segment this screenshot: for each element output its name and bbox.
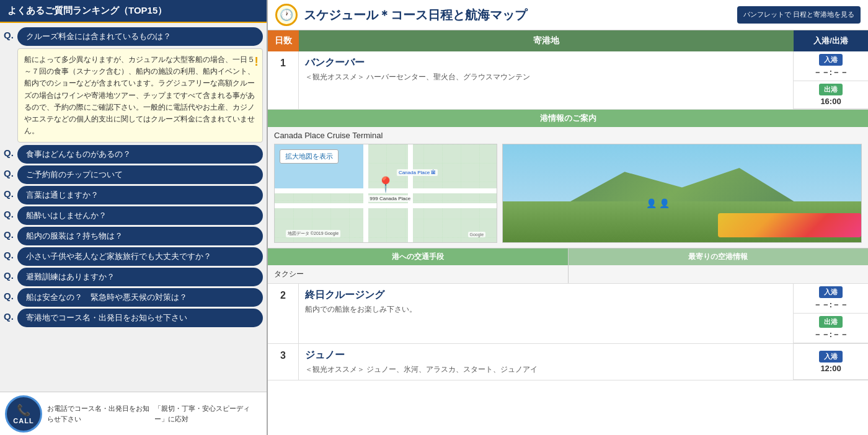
map-label-address: 999 Canada Place	[368, 195, 412, 202]
faq-item-6: Q. 船内の服装は？持ち物は？	[4, 227, 263, 245]
bottom-text-left: お電話でコース名・出発日をお知らせ下さい	[47, 403, 154, 424]
map-expand-button[interactable]: 拡大地図を表示	[280, 149, 339, 164]
row1-in-label: 入港	[819, 54, 843, 66]
faq-btn-6[interactable]: 船内の服装は？持ち物は？	[17, 227, 263, 245]
row3-day: 3	[268, 344, 299, 380]
row1-port-sub: ＜観光オススメ＞ ハーバーセンター、聖火台、グラウスマウンテン	[305, 72, 787, 82]
clock-icon: 🕐	[275, 4, 298, 26]
port-map-section-1: 拡大地図を表示 📍 Canada Place 🏛 999 Canada Plac…	[268, 144, 868, 248]
row3-in-time: 12:00	[820, 364, 841, 373]
pamphlet-button[interactable]: パンフレットで 日程と寄港地を見る	[737, 6, 861, 23]
schedule-table: 日数 寄港地 入港/出港 1 バンクーバー ＜観光オススメ＞ ハーバーセンター、…	[268, 30, 868, 435]
call-button[interactable]: 📞 CALL	[5, 395, 42, 433]
map-label-google: Google	[468, 232, 486, 237]
bottom-bar: 📞 CALL お電話でコース名・出発日をお知らせ下さい 「親切・丁寧・安心スピー…	[0, 392, 267, 435]
faq-item-7: Q. 小さい子供や老人など家族旅行でも大丈夫ですか？	[4, 247, 263, 266]
faq-item-1: Q. クルーズ料金には含まれているものは？	[4, 27, 263, 46]
faq-list: Q. クルーズ料金には含まれているものは？ ! 船によって多少異なりますが、カジ…	[0, 23, 267, 392]
port-info-section-1: 港情報のご案内 Canada Place Cruise Terminal 拡大地…	[268, 109, 868, 283]
bottom-text-right: 「親切・丁寧・安心スピーディー」に応対	[154, 403, 262, 424]
row1-in-time: －－:－－	[813, 67, 848, 78]
row1-out-label: 出港	[819, 84, 843, 95]
schedule-row-1: 1 バンクーバー ＜観光オススメ＞ ハーバーセンター、聖火台、グラウスマウンテン…	[268, 51, 868, 284]
faq-btn-9[interactable]: 船は安全なの？ 緊急時や悪天候の対策は？	[17, 288, 263, 307]
q-icon-2: Q.	[4, 145, 15, 158]
faq-header: よくあるご質問ランキング（TOP15）	[0, 0, 267, 23]
transport-content-means: タクシー	[268, 265, 568, 283]
transport-section-1: 港への交通手段 タクシー 最寄りの空港情報	[268, 248, 868, 283]
faq-item-9: Q. 船は安全なの？ 緊急時や悪天候の対策は？	[4, 288, 263, 307]
row2-out-time: －－:－－	[813, 329, 848, 340]
q-icon-8: Q.	[4, 268, 15, 281]
col-header-arrival: 入港/出港	[794, 30, 868, 51]
map-road-v1	[363, 144, 368, 242]
row2-arrival: 入港 －－:－－ 出港 －－:－－	[794, 284, 868, 343]
row3-content: ジュノー ＜観光オススメ＞ ジュノー、氷河、アラスカ、スタート、ジュノアイ	[299, 344, 794, 380]
call-label: CALL	[13, 417, 33, 424]
transport-left-1: 港への交通手段 タクシー	[268, 248, 569, 283]
row3-main: 3 ジュノー ＜観光オススメ＞ ジュノー、氷河、アラスカ、スタート、ジュノアイ …	[268, 344, 868, 380]
row2-main: 2 終日クルージング 船内での船旅をお楽しみ下さい。 入港 －－:－－ 出港 －…	[268, 284, 868, 343]
schedule-row-3: 3 ジュノー ＜観光オススメ＞ ジュノー、氷河、アラスカ、スタート、ジュノアイ …	[268, 344, 868, 380]
faq-btn-5[interactable]: 船酔いはしませんか？	[17, 206, 263, 225]
schedule-row-2: 2 終日クルージング 船内での船旅をお楽しみ下さい。 入港 －－:－－ 出港 －…	[268, 284, 868, 344]
row1-arrival: 入港 －－:－－ 出港 16:00	[794, 51, 868, 109]
port-info-name-1: Canada Place Cruise Terminal	[268, 127, 868, 144]
answer-box-1: ! 船によって多少異なりますが、カジュアルな大型客船の場合、一日５～７回の食事（…	[17, 48, 263, 143]
faq-btn-10[interactable]: 寄港地でコース名・出発日をお知らせ下さい	[17, 309, 263, 327]
transport-content-airport	[569, 265, 869, 273]
transport-right-1: 最寄りの空港情報	[569, 248, 869, 283]
row2-in-label: 入港	[819, 286, 843, 298]
row2-in-time: －－:－－	[813, 299, 848, 310]
faq-btn-8[interactable]: 避難訓練はありますか？	[17, 268, 263, 286]
row2-out-label: 出港	[819, 316, 843, 328]
q-icon-5: Q.	[4, 206, 15, 219]
port-info-header-1: 港情報のご案内	[268, 110, 868, 127]
faq-item-10: Q. 寄港地でコース名・出発日をお知らせ下さい	[4, 309, 263, 327]
map-label-place: Canada Place 🏛	[397, 169, 438, 176]
faq-item-4: Q. 言葉は通じますか？	[4, 186, 263, 204]
row3-in-label: 入港	[819, 351, 843, 362]
row1-port-name: バンクーバー	[305, 56, 787, 69]
answer-text: 船によって多少異なりますが、カジュアルな大型客船の場合、一日５～７回の食事（スナ…	[24, 55, 255, 135]
col-header-day: 日数	[268, 30, 299, 51]
faq-item-2: Q. 食事はどんなものがあるの？	[4, 145, 263, 164]
faq-btn-3[interactable]: ご予約前のチップについて	[17, 165, 263, 184]
exclamation-icon: !	[254, 51, 259, 71]
map-pin: 📍	[376, 176, 395, 193]
photo-flowers	[718, 213, 861, 238]
photo-placeholder-1: 👤 👤	[502, 144, 862, 243]
row3-port-sub: ＜観光オススメ＞ ジュノー、氷河、アラスカ、スタート、ジュノアイ	[305, 364, 787, 375]
row3-arrival-in: 入港 12:00	[794, 344, 868, 380]
right-header-left: 🕐 スケジュール＊コース日程と航海マップ	[275, 4, 527, 26]
left-panel: よくあるご質問ランキング（TOP15） Q. クルーズ料金には含まれているものは…	[0, 0, 267, 435]
row1-arrival-out: 出港 16:00	[794, 81, 868, 109]
row3-arrival: 入港 12:00	[794, 344, 868, 380]
row2-arrival-in: 入港 －－:－－	[794, 284, 868, 314]
transport-header-airport: 最寄りの空港情報	[569, 248, 869, 265]
right-panel: 🕐 スケジュール＊コース日程と航海マップ パンフレットで 日程と寄港地を見る 日…	[267, 0, 868, 435]
faq-btn-4[interactable]: 言葉は通じますか？	[17, 186, 263, 204]
map-road-h2	[275, 203, 497, 208]
faq-btn-2[interactable]: 食事はどんなものがあるの？	[17, 145, 263, 164]
faq-btn-7[interactable]: 小さい子供や老人など家族旅行でも大丈夫ですか？	[17, 247, 263, 266]
row1-content: バンクーバー ＜観光オススメ＞ ハーバーセンター、聖火台、グラウスマウンテン	[299, 51, 794, 109]
row3-port-name: ジュノー	[305, 349, 787, 362]
transport-header-means: 港への交通手段	[268, 248, 568, 265]
row1-main: 1 バンクーバー ＜観光オススメ＞ ハーバーセンター、聖火台、グラウスマウンテン…	[268, 51, 868, 109]
q-icon-1: Q.	[4, 27, 15, 40]
row1-arrival-in: 入港 －－:－－	[794, 51, 868, 81]
phone-icon: 📞	[17, 403, 30, 417]
faq-item-3: Q. ご予約前のチップについて	[4, 165, 263, 184]
row2-content: 終日クルージング 船内での船旅をお楽しみ下さい。	[299, 284, 794, 343]
row2-day: 2	[268, 284, 299, 343]
q-icon-3: Q.	[4, 165, 15, 178]
map-label-data: 地図データ ©2019 Google	[286, 230, 340, 237]
faq-item-5: Q. 船酔いはしませんか？	[4, 206, 263, 225]
page-title: スケジュール＊コース日程と航海マップ	[304, 7, 527, 24]
col-header-port: 寄港地	[299, 30, 794, 51]
table-header: 日数 寄港地 入港/出港	[268, 30, 868, 51]
faq-btn-1[interactable]: クルーズ料金には含まれているものは？	[17, 27, 263, 46]
row1-out-time: 16:00	[820, 97, 841, 106]
map-placeholder-1: 拡大地図を表示 📍 Canada Place 🏛 999 Canada Plac…	[274, 144, 497, 243]
